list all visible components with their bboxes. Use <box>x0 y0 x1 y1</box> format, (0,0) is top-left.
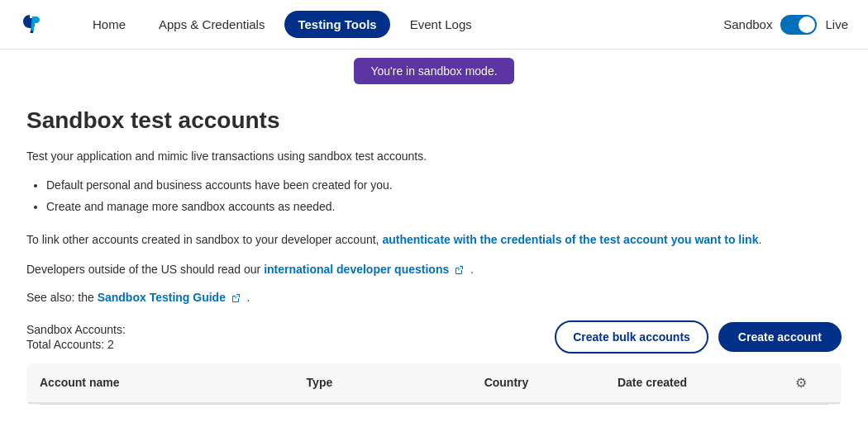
international-paragraph: Developers outside of the US should read… <box>26 260 842 278</box>
col-date-created: Date created <box>618 376 795 389</box>
col-account-name: Account name <box>40 376 307 389</box>
nav-home[interactable]: Home <box>79 11 139 38</box>
also-prefix: See also: the <box>26 291 98 304</box>
toggle-thumb <box>799 17 815 33</box>
create-bulk-accounts-button[interactable]: Create bulk accounts <box>555 320 708 353</box>
table-header-row: Account name Type Country Date created ⚙ <box>26 363 842 404</box>
nav-right: Sandbox Live <box>723 15 848 35</box>
nav-apps-credentials[interactable]: Apps & Credentials <box>145 11 278 38</box>
sandbox-guide-link[interactable]: Sandbox Testing Guide <box>98 291 226 304</box>
settings-icon[interactable]: ⚙ <box>795 375 828 391</box>
link-paragraph: To link other accounts created in sandbo… <box>26 230 842 249</box>
col-country: Country <box>484 376 618 389</box>
table-divider <box>40 404 828 405</box>
bullet-list: Default personal and business accounts h… <box>26 175 842 216</box>
bullet-item-1: Default personal and business accounts h… <box>46 175 842 196</box>
live-label: Live <box>825 17 848 31</box>
page-title: Sandbox test accounts <box>26 107 842 134</box>
col-type: Type <box>307 376 484 389</box>
intl-prefix: Developers outside of the US should read… <box>26 263 264 276</box>
sandbox-label: Sandbox <box>723 17 772 31</box>
nav-links: Home Apps & Credentials Testing Tools Ev… <box>79 11 697 38</box>
main-content: Sandbox test accounts Test your applicat… <box>0 88 868 425</box>
total-accounts-label: Total Accounts: 2 <box>26 338 126 351</box>
description-text: Test your application and mimic live tra… <box>26 147 842 165</box>
sandbox-toggle[interactable] <box>780 15 817 35</box>
external-link-icon <box>454 265 464 275</box>
also-line: See also: the Sandbox Testing Guide . <box>26 291 842 304</box>
international-link[interactable]: international developer questions <box>264 263 449 276</box>
create-account-button[interactable]: Create account <box>718 322 842 352</box>
sandbox-guide-external-icon <box>231 293 241 303</box>
link-prefix: To link other accounts created in sandbo… <box>26 233 382 246</box>
accounts-info: Sandbox Accounts: Total Accounts: 2 <box>26 323 126 351</box>
link-suffix: . <box>758 233 761 246</box>
navbar: Home Apps & Credentials Testing Tools Ev… <box>0 0 868 50</box>
intl-suffix: . <box>467 263 474 276</box>
also-suffix: . <box>244 291 250 304</box>
accounts-actions: Create bulk accounts Create account <box>555 320 842 353</box>
sandbox-banner-container: You're in sandbox mode. <box>0 50 868 88</box>
nav-event-logs[interactable]: Event Logs <box>397 11 485 38</box>
sandbox-accounts-label: Sandbox Accounts: <box>26 323 126 336</box>
bullet-item-2: Create and manage more sandbox accounts … <box>46 197 842 217</box>
sandbox-banner: You're in sandbox mode. <box>354 58 513 84</box>
accounts-table: Account name Type Country Date created ⚙ <box>26 363 842 405</box>
accounts-bar: Sandbox Accounts: Total Accounts: 2 Crea… <box>26 320 842 353</box>
authenticate-link[interactable]: authenticate with the credentials of the… <box>382 233 758 246</box>
paypal-logo <box>20 12 46 38</box>
nav-testing-tools[interactable]: Testing Tools <box>284 11 389 38</box>
